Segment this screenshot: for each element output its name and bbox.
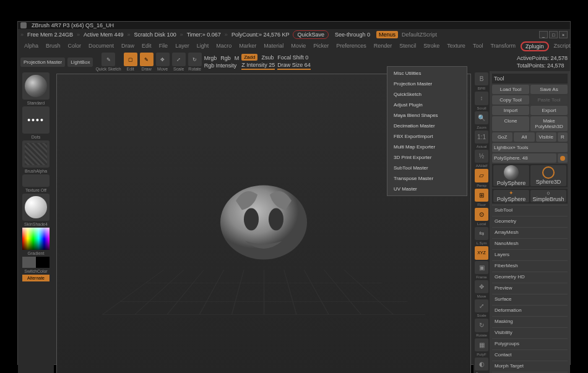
minimize-icon[interactable]: _ [539, 31, 548, 38]
accordion-visibility[interactable]: Visibility [492, 327, 568, 337]
menu-macro[interactable]: Macro [214, 41, 234, 51]
scale-button[interactable]: ⤢ [172, 53, 186, 66]
menu-zscript[interactable]: Zscript [551, 41, 573, 51]
tool-slot-3[interactable]: ✦PolySphere [493, 190, 529, 202]
rgb-toggle[interactable]: Rgb [220, 55, 231, 61]
load-tool-button[interactable]: Load Tool [492, 85, 529, 94]
dropdown-maya[interactable]: Maya Blend Shapes [387, 110, 467, 121]
save-as-button[interactable]: Save As [530, 85, 568, 94]
projection-master-button[interactable]: Projection Master [20, 58, 65, 67]
accordion-surface[interactable]: Surface [492, 294, 568, 304]
clone-button[interactable]: Clone [492, 116, 529, 131]
menu-marker[interactable]: Marker [236, 41, 259, 51]
move-button[interactable]: ✥ [156, 53, 170, 66]
dropdown-decimation[interactable]: Decimation Master [387, 121, 467, 131]
accordion-deformation[interactable]: Deformation [492, 305, 568, 315]
edit-button[interactable]: ▢ [124, 53, 137, 66]
accordion-fibermesh[interactable]: FiberMesh [492, 260, 568, 270]
move-nav-icon[interactable]: ✥ [475, 280, 488, 293]
dropdown-fbx[interactable]: FBX ExportImport [387, 131, 467, 142]
lightbox-tools-button[interactable]: Lightbox» Tools [492, 143, 568, 152]
transp-icon[interactable]: ◐ [475, 358, 488, 371]
menu-light[interactable]: Light [194, 41, 212, 51]
m-toggle[interactable]: M [235, 55, 240, 61]
menu-layer[interactable]: Layer [173, 41, 192, 51]
dropdown-projection[interactable]: Projection Master [387, 79, 467, 89]
actual-icon[interactable]: 1:1 [475, 131, 488, 144]
menu-stroke[interactable]: Stroke [421, 41, 442, 51]
persp-icon[interactable]: ▱ [475, 169, 488, 182]
frame-icon[interactable]: ▣ [475, 261, 488, 274]
menu-tool[interactable]: Tool [470, 41, 486, 51]
accordion-polygroups[interactable]: Polygroups [492, 338, 568, 348]
menu-stencil[interactable]: Stencil [397, 41, 418, 51]
mrgb-toggle[interactable]: Mrgb [204, 55, 217, 61]
goz-all-button[interactable]: All [514, 132, 534, 142]
import-button[interactable]: Import [492, 106, 529, 115]
menus-button[interactable]: Menus [376, 31, 398, 38]
menu-picker[interactable]: Picker [311, 41, 331, 51]
menu-render[interactable]: Render [371, 41, 395, 51]
copy-tool-button[interactable]: Copy Tool [492, 95, 529, 105]
menu-brush[interactable]: Brush [43, 41, 63, 51]
accordion-morphtarget[interactable]: Morph Target [492, 361, 568, 371]
accordion-nanomesh[interactable]: NanoMesh [492, 238, 568, 248]
z-intensity-slider[interactable]: Z Intensity 25 [241, 62, 275, 70]
lightbox-button[interactable]: LightBox [67, 58, 93, 67]
brush-thumb[interactable] [22, 72, 50, 100]
focal-shift-slider[interactable]: Focal Shift 0 [277, 54, 311, 61]
alternate-button[interactable]: Alternate [22, 275, 50, 281]
tool-slot-4[interactable]: ○SimpleBrush [530, 190, 566, 202]
scroll-icon[interactable]: ↕ [475, 92, 488, 105]
menu-preferences[interactable]: Preferences [334, 41, 369, 51]
goz-visible-button[interactable]: Visible [536, 132, 556, 142]
bpr-icon[interactable]: B [475, 72, 488, 85]
maximize-icon[interactable]: □ [549, 31, 558, 38]
dropdown-3dprint[interactable]: 3D Print Exporter [387, 152, 467, 163]
accordion-contact[interactable]: Contact [492, 349, 568, 359]
texture-thumb[interactable] [22, 174, 50, 187]
menu-material[interactable]: Material [261, 41, 286, 51]
rotate-nav-icon[interactable]: ↻ [475, 319, 488, 332]
dropdown-quicksketch[interactable]: QuickSketch [387, 89, 467, 100]
xyz-icon[interactable]: XYZ [475, 246, 488, 259]
seethrough-slider[interactable]: See-through 0 [332, 31, 373, 38]
draw-size-slider[interactable]: Draw Size 64 [277, 62, 311, 70]
dropdown-transpose[interactable]: Transpose Master [387, 173, 467, 184]
stroke-thumb[interactable]: •••• [22, 106, 50, 134]
color-picker[interactable] [22, 228, 50, 250]
accordion-masking[interactable]: Masking [492, 316, 568, 326]
paste-tool-button[interactable]: Paste Tool [530, 95, 568, 105]
menu-edit[interactable]: Edit [139, 41, 154, 51]
menu-document[interactable]: Document [86, 41, 116, 51]
accordion-preview[interactable]: Preview [492, 283, 568, 293]
material-thumb[interactable] [22, 194, 50, 221]
accordion-subtool[interactable]: SubTool [492, 205, 568, 215]
floor-icon[interactable]: ⊞ [475, 189, 488, 202]
quicksave-button[interactable]: QuickSave [293, 30, 329, 39]
zadd-toggle[interactable]: Zadd [241, 54, 257, 61]
dropdown-multimap[interactable]: Multi Map Exporter [387, 142, 467, 152]
menu-draw[interactable]: Draw [119, 41, 137, 51]
alpha-thumb[interactable] [22, 140, 50, 168]
tool-slot-2[interactable]: Sphere3D [530, 165, 566, 186]
aahalf-icon[interactable]: ½ [475, 150, 488, 163]
tool-slot-1[interactable]: PolySphere [493, 165, 529, 186]
goz-button[interactable]: GoZ [492, 132, 512, 142]
accordion-layers[interactable]: Layers [492, 249, 568, 259]
local-icon[interactable]: ⊙ [475, 208, 488, 221]
zsub-toggle[interactable]: Zsub [261, 54, 274, 61]
current-tool[interactable]: PolySphere. 48 [492, 153, 556, 163]
rotate-button[interactable]: ↻ [188, 53, 202, 66]
dropdown-adjust[interactable]: Adjust Plugin [387, 100, 467, 110]
close-icon[interactable]: × [559, 31, 568, 38]
color-swatch[interactable] [22, 257, 50, 268]
menu-movie[interactable]: Movie [288, 41, 308, 51]
dropdown-uvmaster[interactable]: UV Master [387, 184, 467, 194]
menu-alpha[interactable]: Alpha [22, 41, 41, 51]
menu-color[interactable]: Color [66, 41, 84, 51]
accordion-geometry[interactable]: Geometry [492, 216, 568, 226]
lsym-icon[interactable]: ⇆ [475, 227, 488, 240]
accordion-arraymesh[interactable]: ArrayMesh [492, 227, 568, 237]
menu-file[interactable]: File [157, 41, 171, 51]
